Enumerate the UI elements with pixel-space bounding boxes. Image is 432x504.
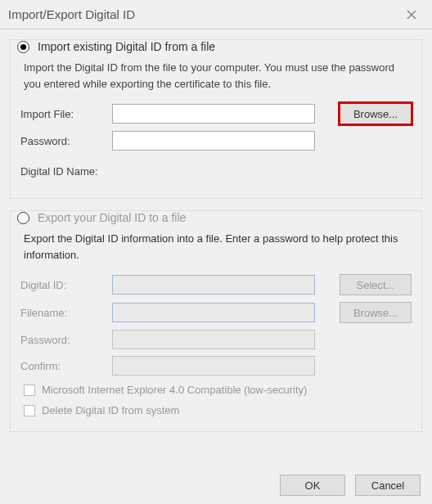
export-filename-row: Filename: Browse... — [20, 302, 412, 323]
delete-id-checkbox — [24, 405, 35, 416]
export-confirm-input — [112, 356, 315, 376]
ie4-compat-row: Microsoft Internet Explorer 4.0 Compatib… — [24, 384, 412, 396]
import-section: Import existing Digital ID from a file I… — [10, 39, 422, 199]
export-password-input — [112, 330, 315, 349]
export-browse-button: Browse... — [340, 302, 412, 323]
export-radio-row[interactable]: Export your Digital ID to a file — [17, 211, 412, 224]
import-heading: Import existing Digital ID from a file — [38, 40, 215, 53]
import-description: Import the Digital ID from the file to y… — [24, 60, 412, 92]
import-password-label: Password: — [20, 135, 112, 147]
digital-id-name-row: Digital ID Name: — [20, 162, 412, 180]
import-password-input[interactable] — [112, 131, 315, 151]
import-file-input[interactable] — [112, 104, 315, 124]
export-description: Export the Digital ID information into a… — [24, 231, 412, 263]
ie4-compat-label: Microsoft Internet Explorer 4.0 Compatib… — [42, 384, 307, 396]
export-heading: Export your Digital ID to a file — [38, 211, 186, 224]
select-button: Select... — [340, 274, 412, 295]
digital-id-name-label: Digital ID Name: — [20, 165, 98, 178]
import-radio[interactable] — [17, 41, 29, 53]
export-digital-id-input — [112, 275, 315, 295]
export-digital-id-label: Digital ID: — [20, 279, 112, 291]
export-confirm-row: Confirm: — [20, 356, 412, 376]
window-title: Import/Export Digital ID — [8, 7, 399, 21]
ie4-compat-checkbox — [24, 385, 35, 396]
import-radio-row[interactable]: Import existing Digital ID from a file — [17, 40, 412, 53]
export-section: Export your Digital ID to a file Export … — [10, 210, 422, 432]
cancel-button[interactable]: Cancel — [355, 475, 421, 496]
browse-button[interactable]: Browse... — [340, 103, 412, 124]
close-icon — [407, 10, 416, 20]
export-filename-input — [112, 303, 315, 322]
export-confirm-label: Confirm: — [20, 360, 112, 372]
digital-id-name-value — [98, 162, 301, 180]
close-button[interactable] — [399, 2, 424, 27]
delete-id-row: Delete Digital ID from system — [24, 404, 412, 416]
import-password-row: Password: — [20, 131, 412, 151]
ok-button[interactable]: OK — [280, 475, 345, 496]
export-radio[interactable] — [17, 212, 29, 224]
dialog-footer: OK Cancel — [0, 475, 432, 496]
dialog-content: Import existing Digital ID from a file I… — [0, 29, 432, 448]
titlebar: Import/Export Digital ID — [0, 0, 432, 29]
export-filename-label: Filename: — [20, 307, 112, 319]
import-file-label: Import File: — [20, 108, 112, 120]
export-password-label: Password: — [20, 334, 112, 346]
import-file-row: Import File: Browse... — [20, 103, 412, 124]
export-password-row: Password: — [20, 330, 412, 349]
delete-id-label: Delete Digital ID from system — [42, 404, 179, 416]
export-digital-id-row: Digital ID: Select... — [20, 274, 412, 295]
